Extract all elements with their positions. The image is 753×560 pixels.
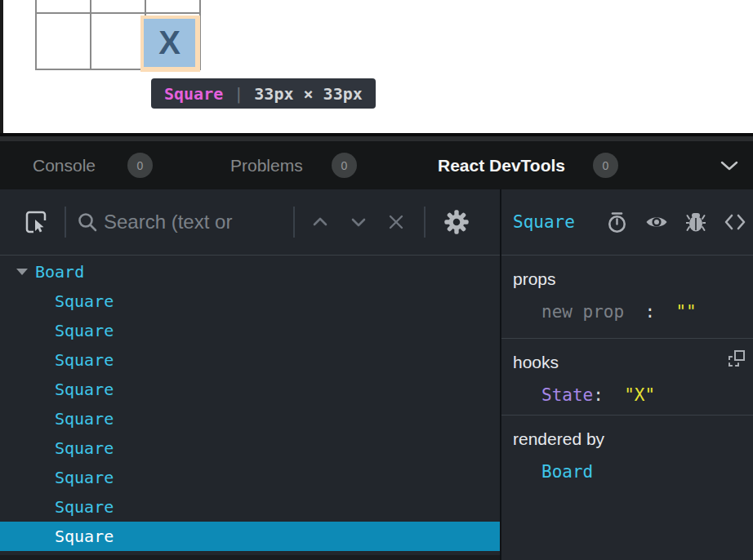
console-badge: 0 xyxy=(127,153,153,178)
inspect-highlight-content[interactable]: X xyxy=(144,19,195,67)
inspect-dom-eye-icon[interactable] xyxy=(645,214,668,230)
tree-item-square[interactable]: Square xyxy=(0,287,500,316)
tree-item-square[interactable]: Square xyxy=(0,375,500,404)
screenshot-root: X Square | 33px × 33px Console 0 Problem… xyxy=(0,0,753,560)
new-prop-row[interactable]: new prop : "" xyxy=(541,302,753,322)
prop-separator: : xyxy=(644,302,655,322)
parse-hook-names-icon[interactable] xyxy=(728,350,745,367)
browser-content: X Square | 33px × 33px xyxy=(0,0,753,133)
toolbar-divider xyxy=(424,207,426,238)
tree-item-board[interactable]: Board xyxy=(0,257,500,287)
expand-arrow-icon[interactable] xyxy=(16,269,28,275)
tree-item-square[interactable]: Square xyxy=(0,492,500,522)
hooks-section: hooks State: "X" xyxy=(501,338,753,415)
tree-item-label: Board xyxy=(35,262,84,282)
prop-key[interactable]: new prop xyxy=(541,302,624,322)
tree-item-label: Square xyxy=(55,527,114,546)
chevron-down-icon[interactable] xyxy=(719,159,740,172)
toolbar-divider xyxy=(65,207,66,238)
tree-item-label: Square xyxy=(55,409,114,429)
search-input[interactable] xyxy=(104,211,293,233)
rendered-by-label: rendered by xyxy=(513,429,753,449)
tree-item-square[interactable]: Square xyxy=(0,345,500,375)
state-hook-row[interactable]: State: "X" xyxy=(541,385,753,405)
prop-value[interactable]: "" xyxy=(675,302,696,322)
tooltip-separator: | xyxy=(234,84,243,104)
hooks-label: hooks xyxy=(513,353,753,372)
suspense-timer-icon[interactable] xyxy=(607,211,627,233)
tree-item-label: Square xyxy=(55,438,114,458)
tree-scrollbar-track[interactable] xyxy=(0,555,500,560)
toolbar-divider xyxy=(293,207,295,238)
inspect-tooltip: Square | 33px × 33px xyxy=(151,78,376,109)
tree-item-label: Square xyxy=(55,380,114,399)
tree-item-label: Square xyxy=(55,321,114,340)
devtools-tabbar: Console 0 Problems 0 React DevTools 0 xyxy=(0,141,753,189)
tree-item-square[interactable]: Square xyxy=(0,316,500,345)
search-icon xyxy=(77,211,98,233)
board-square[interactable] xyxy=(37,0,90,12)
owner-link[interactable]: Board xyxy=(541,462,593,482)
problems-badge: 0 xyxy=(332,153,357,178)
tree-item-label: Square xyxy=(55,350,114,370)
selected-component-title: Square xyxy=(513,212,575,232)
props-section: props new prop : "" xyxy=(501,256,753,338)
tab-console[interactable]: Console xyxy=(33,141,96,189)
tooltip-dimensions: 33px × 33px xyxy=(254,84,362,104)
tab-problems[interactable]: Problems xyxy=(230,141,303,189)
inspector-toolbar: Square xyxy=(501,189,753,256)
hook-separator: : xyxy=(593,385,604,405)
hook-value[interactable]: "X" xyxy=(624,385,655,405)
inspect-element-icon[interactable] xyxy=(25,210,48,234)
tree-item-label: Square xyxy=(55,468,114,487)
tree-item-label: Square xyxy=(55,497,114,517)
props-label: props xyxy=(513,269,753,289)
view-source-icon[interactable] xyxy=(724,214,746,230)
tree-item-square[interactable]: Square xyxy=(0,404,500,433)
inspector-panel: Square xyxy=(501,189,753,560)
react-devtools-badge: 0 xyxy=(593,153,618,178)
board-square[interactable] xyxy=(91,14,145,69)
window-left-edge xyxy=(0,0,3,133)
tree-item-square[interactable]: Square xyxy=(0,433,500,463)
board-square[interactable] xyxy=(91,0,145,12)
gear-icon[interactable] xyxy=(443,209,470,235)
components-tree: Board Square Square Square Square Square… xyxy=(0,257,500,551)
board-square[interactable] xyxy=(37,14,90,69)
tab-react-devtools[interactable]: React DevTools xyxy=(438,141,565,189)
tree-item-square-selected[interactable]: Square xyxy=(0,522,500,551)
react-devtools-panel: Board Square Square Square Square Square… xyxy=(0,189,753,560)
clear-search-icon[interactable] xyxy=(387,213,405,231)
rendered-by-section: rendered by Board xyxy=(501,415,753,560)
tree-item-square[interactable]: Square xyxy=(0,463,500,492)
inspector-icons xyxy=(607,211,746,233)
debug-bug-icon[interactable] xyxy=(686,211,706,233)
hook-key[interactable]: State xyxy=(541,385,593,405)
board-square[interactable] xyxy=(146,0,199,12)
tooltip-component-name: Square xyxy=(164,84,223,104)
previous-result-icon[interactable] xyxy=(311,216,329,228)
rendered-by-item[interactable]: Board xyxy=(541,462,753,482)
components-toolbar xyxy=(0,189,500,256)
components-tree-panel: Board Square Square Square Square Square… xyxy=(0,189,500,560)
tree-item-label: Square xyxy=(55,291,114,311)
next-result-icon[interactable] xyxy=(350,216,368,228)
